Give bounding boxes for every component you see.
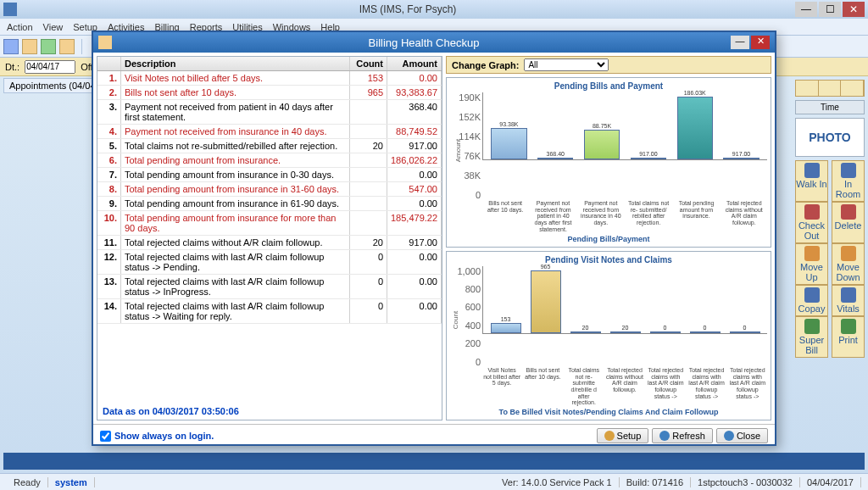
app-icon — [3, 3, 17, 16]
app-title: IMS (IMS, For Psych) — [22, 3, 793, 15]
table-row[interactable]: 10.Total pending amount from insurance f… — [97, 211, 442, 236]
billing-health-dialog: Billing Health Checkup — ✕ Description C… — [92, 31, 776, 446]
action-move-up[interactable]: Move Up — [795, 243, 828, 285]
setup-button[interactable]: Setup — [597, 428, 649, 443]
table-row[interactable]: 7.Total pending amount from insurance in… — [97, 168, 442, 182]
operations-footer — [3, 453, 865, 470]
titlebar: IMS (IMS, For Psych) — ☐ ✕ — [0, 0, 868, 19]
dialog-title: Billing Health Checkup — [117, 36, 731, 49]
table-row[interactable]: 1.Visit Notes not billed after 5 days.15… — [97, 71, 442, 86]
photo-box: PHOTO — [795, 118, 865, 157]
bar — [650, 331, 681, 333]
chart-pending-visit-notes-and-claims: Pending Visit Notes and ClaimsCount1,000… — [446, 251, 771, 421]
show-always-checkbox[interactable]: Show always on login. — [100, 431, 214, 442]
action-copay[interactable]: Copay — [795, 285, 828, 316]
dialog-icon — [98, 36, 112, 49]
status-version: Ver: 14.0.0 Service Pack 1 — [495, 477, 620, 487]
action-super-bill[interactable]: Super Bill — [795, 316, 828, 358]
status-date: 04/04/2017 — [800, 477, 861, 487]
show-always-input[interactable] — [100, 431, 111, 442]
table-row[interactable]: 4.Payment not received from insurance in… — [97, 125, 442, 139]
right-panel: Time PHOTO Walk InIn RoomCheck OutDelete… — [795, 80, 865, 358]
status-system: system — [48, 477, 95, 487]
bar — [537, 158, 573, 159]
table-row[interactable]: 2.Bills not sent after 10 days.96593,383… — [97, 86, 442, 100]
table-body: 1.Visit Notes not billed after 5 days.15… — [97, 71, 442, 403]
menu-action[interactable]: Action — [7, 22, 33, 32]
action-check-out[interactable]: Check Out — [795, 202, 828, 243]
dialog-titlebar: Billing Health Checkup — ✕ — [93, 32, 775, 53]
action-delete[interactable]: Delete — [832, 202, 865, 243]
action-in-room[interactable]: In Room — [832, 160, 865, 202]
status-host: 1stpctouch3 - 0030032 — [691, 477, 800, 487]
table-row[interactable]: 12.Total rejected claims with last A/R c… — [97, 250, 442, 275]
bar — [723, 158, 759, 159]
bar — [631, 158, 666, 159]
action-print[interactable]: Print — [832, 316, 865, 358]
chart-pending-bills-and-payment: Pending Bills and PaymentAmount190K152K1… — [446, 77, 771, 248]
bar — [690, 331, 721, 333]
close-button[interactable]: ✕ — [843, 2, 865, 17]
toolbar-icon[interactable] — [22, 39, 37, 54]
table-row[interactable]: 5.Total claims not re-submitted/rebilled… — [97, 139, 442, 153]
close-button[interactable]: Close — [716, 428, 768, 443]
table-row[interactable]: 13.Total rejected claims with last A/R c… — [97, 275, 442, 299]
right-icons[interactable] — [795, 80, 865, 97]
bar — [584, 130, 620, 160]
toolbar-icon[interactable] — [3, 39, 19, 54]
table-row[interactable]: 6.Total pending amount from insurance.18… — [97, 153, 442, 168]
date-input[interactable] — [25, 60, 75, 74]
dialog-footer: Show always on login. Setup Refresh Clos… — [93, 424, 775, 447]
bar — [570, 331, 601, 333]
refresh-button[interactable]: Refresh — [652, 428, 713, 443]
status-build: Build: 071416 — [620, 477, 691, 487]
statusbar: Ready system Ver: 14.0.0 Service Pack 1 … — [0, 473, 868, 490]
col-amount: Amount — [387, 57, 442, 70]
minimize-button[interactable]: — — [795, 2, 817, 17]
status-ready: Ready — [7, 477, 48, 487]
charts-panel: Change Graph: All Pending Bills and Paym… — [446, 56, 771, 420]
toolbar-icon[interactable] — [59, 39, 75, 54]
action-move-down[interactable]: Move Down — [832, 243, 865, 285]
table-header: Description Count Amount — [97, 57, 442, 71]
table-row[interactable]: 11.Total rejected claims without A/R cla… — [97, 236, 442, 250]
table-panel: Description Count Amount 1.Visit Notes n… — [97, 56, 442, 420]
bar — [491, 128, 526, 159]
bar — [531, 270, 561, 332]
time-label: Time — [795, 100, 865, 114]
col-count: Count — [350, 57, 387, 70]
change-graph-label: Change Graph: — [452, 60, 519, 70]
action-walk-in[interactable]: Walk In — [795, 160, 828, 202]
table-row[interactable]: 3.Payment not received from patient in 4… — [97, 100, 442, 125]
graph-selector-bar: Change Graph: All — [446, 56, 771, 74]
bar — [677, 97, 713, 159]
dialog-minimize-button[interactable]: — — [731, 36, 749, 49]
date-label: Dt.: — [5, 62, 19, 72]
data-as-of: Data as on 04/03/2017 03:50:06 — [97, 403, 442, 420]
menu-view[interactable]: View — [43, 22, 64, 32]
appointments-tab[interactable]: Appointments (04/04 — [3, 78, 102, 93]
bar — [610, 331, 641, 333]
graph-dropdown[interactable]: All — [524, 58, 609, 71]
bar — [730, 331, 760, 333]
table-row[interactable]: 9.Total pending amount from insurance in… — [97, 197, 442, 211]
table-row[interactable]: 14.Total rejected claims with last A/R c… — [97, 299, 442, 324]
dialog-close-button[interactable]: ✕ — [751, 36, 770, 49]
maximize-button[interactable]: ☐ — [819, 2, 841, 17]
table-row[interactable]: 8.Total pending amount from insurance in… — [97, 182, 442, 197]
toolbar-icon[interactable] — [41, 39, 56, 54]
col-description: Description — [121, 57, 350, 70]
action-vitals[interactable]: Vitals — [832, 285, 865, 316]
show-always-label: Show always on login. — [114, 431, 214, 441]
bar — [491, 323, 521, 333]
